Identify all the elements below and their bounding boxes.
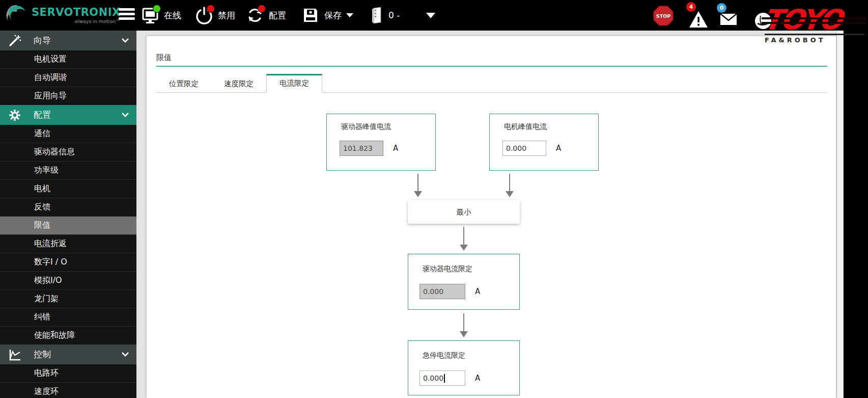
sidebar-section-config[interactable]: 配置 — [0, 105, 136, 125]
sidebar-item-label: 功率级 — [34, 165, 59, 176]
sidebar-item-power-stage[interactable]: 功率级 — [0, 161, 136, 179]
sidebar-item-label: 电机 — [34, 183, 50, 194]
tab-position-limits[interactable]: 位置限定 — [156, 75, 211, 92]
drive-current-limit-box: 驱动器电流限定 0.000 A — [408, 254, 520, 310]
sidebar-item-motor[interactable]: 电机 — [0, 179, 136, 198]
config-sync[interactable]: 配置 — [246, 0, 286, 31]
drive-icon — [371, 6, 384, 24]
sidebar-item-label: 模拟I/O — [34, 275, 62, 286]
tab-velocity-limits[interactable]: 速度限定 — [211, 75, 266, 92]
sidebar-item-label: 速度环 — [34, 386, 59, 397]
toyo-stripe — [762, 17, 866, 19]
sidebar-item-autotune[interactable]: 自动调谐 — [0, 68, 136, 87]
motor-peak-current-label: 电机峰值电流 — [504, 122, 547, 131]
arrow-down-icon — [463, 227, 464, 245]
toyo-logo: TOYO FA&ROBOT — [754, 6, 868, 44]
motor-peak-current-input[interactable]: 0.000 — [502, 141, 546, 156]
drive-value: 0 - — [388, 10, 400, 20]
brand-tagline: always in motion™ — [32, 19, 121, 24]
drive-peak-current-label: 驱动器峰值电流 — [341, 122, 391, 131]
sidebar: 向导 电机设置 自动调谐 应用向导 配置 通信 驱动器信息 功率级 电机 反馈 … — [0, 31, 136, 398]
monitor-icon — [141, 6, 159, 24]
menu-icon[interactable] — [119, 8, 135, 22]
motor-peak-current-box: 电机峰值电流 0.000 A — [489, 114, 599, 171]
sidebar-item-label: 电机设置 — [34, 54, 67, 65]
step-response-icon — [8, 348, 21, 361]
disabled-dot — [207, 5, 215, 13]
sidebar-section-wizard[interactable]: 向导 — [0, 31, 136, 50]
sidebar-item-label: 使能和故障 — [34, 330, 75, 341]
sidebar-item-limits[interactable]: 限值 — [0, 216, 136, 234]
estop-current-limit-unit: A — [475, 374, 480, 383]
sidebar-item-analog-io[interactable]: 模拟I/O — [0, 271, 136, 289]
arrow-down-icon — [417, 174, 418, 192]
sidebar-item-gantry[interactable]: 龙门架 — [0, 289, 136, 308]
stop-label: STOP — [656, 13, 670, 19]
text-cursor — [444, 374, 445, 383]
online-label: 在线 — [164, 10, 181, 21]
sidebar-item-velocity-loop[interactable]: 速度环 — [0, 382, 136, 398]
drive-peak-current-input: 101.823 — [340, 141, 383, 156]
drive-peak-current-box: 驱动器峰值电流 101.823 A — [326, 114, 436, 171]
online-status[interactable]: 在线 — [141, 0, 181, 31]
wand-icon — [8, 34, 21, 47]
drive-selector[interactable]: 0 - — [371, 0, 435, 31]
sidebar-item-current-loop[interactable]: 电路环 — [0, 364, 136, 382]
sidebar-item-communication[interactable]: 通信 — [0, 125, 136, 143]
scrollbar[interactable] — [836, 31, 844, 398]
page-title: 限值 — [156, 53, 172, 63]
estop-current-limit-label: 急停电流限定 — [423, 351, 465, 360]
brand-name: SERVOTRONIX — [32, 7, 121, 18]
drive-dropdown-icon[interactable] — [426, 13, 435, 18]
sidebar-item-current-foldback[interactable]: 电流折返 — [0, 234, 136, 253]
sidebar-item-enable-faults[interactable]: 使能和故障 — [0, 326, 136, 344]
chevron-down-icon — [121, 112, 129, 118]
chevron-down-icon — [121, 38, 129, 43]
estop-current-limit-box: 急停电流限定 0.000 A — [408, 340, 520, 395]
drive-current-limit-unit: A — [475, 287, 480, 296]
toyo-stripe — [762, 22, 866, 24]
mail-icon — [720, 13, 737, 25]
title-underline — [156, 66, 827, 67]
estop-current-limit-input[interactable]: 0.000 — [419, 370, 465, 386]
power-icon — [195, 6, 213, 24]
save-dropdown-icon[interactable] — [346, 13, 353, 17]
drive-current-limit-label: 驱动器电流限定 — [423, 264, 472, 274]
arrow-down-icon — [463, 313, 464, 332]
sidebar-item-label: 配置 — [34, 109, 51, 121]
min-node: 最小 — [408, 200, 520, 224]
sidebar-item-label: 纠错 — [34, 312, 50, 323]
sidebar-item-label: 龙门架 — [34, 294, 59, 304]
sidebar-item-app-wizard[interactable]: 应用向导 — [0, 87, 136, 105]
sidebar-item-digital-io[interactable]: 数字I / O — [0, 253, 136, 271]
limits-tabbar: 位置限定 速度限定 电流限定 — [156, 73, 827, 93]
sidebar-item-label: 应用向导 — [34, 91, 67, 101]
sidebar-item-motor-setup[interactable]: 电机设置 — [0, 50, 136, 68]
save-button[interactable]: 保存 — [301, 0, 353, 31]
sidebar-item-error-correction[interactable]: 纠错 — [0, 308, 136, 326]
sidebar-section-control[interactable]: 控制 — [0, 344, 136, 364]
arrow-down-icon — [509, 174, 510, 192]
sidebar-item-label: 向导 — [34, 35, 51, 46]
drive-current-limit-input: 0.000 — [419, 284, 465, 299]
sidebar-item-feedback[interactable]: 反馈 — [0, 198, 136, 216]
sync-icon — [246, 6, 264, 24]
messages-button[interactable]: 0 — [717, 2, 740, 30]
servotronix-logo: SERVOTRONIX always in motion™ — [5, 4, 121, 27]
online-dot — [153, 5, 161, 13]
motor-peak-current-unit: A — [556, 144, 561, 153]
disable-control[interactable]: 禁用 — [195, 0, 235, 31]
alerts-button[interactable]: 4 — [686, 2, 710, 30]
config-label: 配置 — [269, 10, 286, 21]
warning-icon — [688, 10, 709, 29]
stop-button[interactable]: STOP — [653, 6, 674, 26]
chevron-down-icon — [121, 352, 129, 357]
sidebar-item-label: 控制 — [34, 349, 51, 360]
disable-label: 禁用 — [218, 10, 235, 21]
sidebar-item-label: 电流折返 — [34, 238, 67, 249]
save-icon — [301, 6, 320, 24]
save-label: 保存 — [324, 10, 342, 21]
sidebar-item-label: 反馈 — [34, 202, 50, 213]
sidebar-item-drive-info[interactable]: 驱动器信息 — [0, 143, 136, 161]
tab-current-limits[interactable]: 电流限定 — [266, 74, 322, 93]
